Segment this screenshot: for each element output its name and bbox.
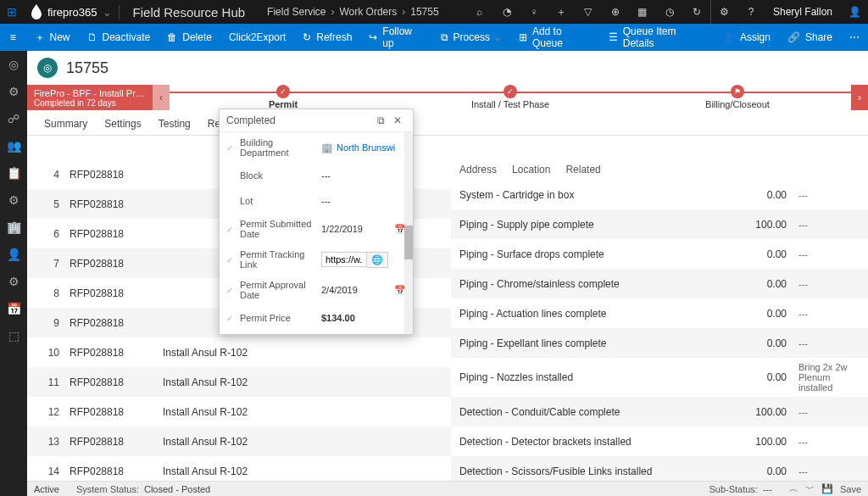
tab-testing[interactable]: Testing [150, 113, 199, 135]
crumb-0[interactable]: Field Service [267, 6, 326, 18]
check-icon: ✓ [226, 255, 236, 265]
save-icon[interactable]: 💾 [821, 483, 833, 494]
nav-box-icon[interactable]: ⬚ [0, 322, 27, 349]
nav-gear-icon[interactable]: ⚙ [0, 78, 27, 105]
user-icon[interactable]: 👤 [841, 0, 868, 24]
nav-calendar-icon[interactable]: 📅 [0, 295, 27, 322]
clock-icon[interactable]: ◷ [656, 0, 683, 24]
bpf-next-icon[interactable]: › [851, 85, 868, 110]
deactivate-button[interactable]: 🗋Deactivate [79, 24, 159, 51]
table-row[interactable]: 13RFP028818Install Ansul R-102 [27, 426, 451, 456]
click2export-button[interactable]: Click2Export [220, 24, 294, 51]
chevron-down-icon[interactable]: ﹀ [805, 482, 815, 495]
table-row[interactable]: System - Cartridge in box0.00--- [451, 180, 868, 209]
brand-name: firepro365 [47, 6, 97, 19]
table-row[interactable]: 11RFP028818Install Ansul R-102 [27, 367, 451, 397]
substatus-value[interactable]: --- [763, 484, 772, 494]
table-row[interactable]: Piping - Chrome/stainless complete0.00--… [451, 269, 868, 298]
table-row[interactable]: 14RFP028818Install Ansul R-102 [27, 456, 451, 481]
bpf-prev-icon[interactable]: ‹ [153, 85, 170, 110]
tab-settings[interactable]: Settings [96, 113, 149, 135]
bpf-flow-header[interactable]: FirePro - BPF - Install Pro... Completed… [27, 85, 153, 110]
help-icon[interactable]: ? [737, 0, 765, 24]
crumb-1[interactable]: Work Orders [339, 6, 397, 18]
row-extra: Bring 2x 2w Plenum installed [792, 362, 860, 393]
hub-name[interactable]: Field Resource Hub [119, 5, 259, 20]
check-icon: ✓ [226, 143, 236, 153]
scroll-thumb[interactable] [404, 226, 413, 259]
tab-summary[interactable]: Summary [36, 113, 96, 135]
close-icon[interactable]: ✕ [389, 114, 406, 126]
task-icon[interactable]: ◔ [493, 0, 520, 24]
field-block[interactable]: Block --- [220, 163, 413, 188]
field-approval-date[interactable]: ✓ Permit Approval Date 2/4/2019 📅 [220, 275, 413, 305]
user-name[interactable]: Sheryl Fallon [765, 6, 841, 18]
add-circle-icon[interactable]: ⊕ [602, 0, 629, 24]
assign-button[interactable]: 👤Assign [714, 24, 779, 51]
subtab-address[interactable]: Address [459, 164, 497, 176]
table-row[interactable]: Piping - Supply pipe complete100.00--- [451, 209, 868, 239]
nav-people-icon[interactable]: 👥 [0, 132, 27, 159]
tracking-url-input[interactable] [321, 252, 367, 267]
nav-target-icon[interactable]: ◎ [0, 51, 27, 78]
field-building-dept[interactable]: ✓ Building Department 🏢North Brunswi [220, 132, 413, 163]
field-permit-number[interactable]: Permit Number --- ⌄ [220, 331, 413, 334]
filter-icon[interactable]: ▽ [575, 0, 602, 24]
refresh-button[interactable]: ↻Refresh [294, 24, 360, 51]
sysstatus-value[interactable]: Closed - Posted [144, 484, 210, 494]
table-row[interactable]: Detection - Conduit/Cable complete100.00… [451, 397, 868, 426]
table-row[interactable]: Piping - Surface drops complete0.00--- [451, 239, 868, 269]
share-button[interactable]: 🔗Share [779, 24, 841, 51]
table-row[interactable]: Piping - Nozzles installed0.00Bring 2x 2… [451, 358, 868, 397]
field-permit-submitted[interactable]: ✓ Permit Submitted Date 1/22/2019 📅 [220, 214, 413, 244]
row-number: 6 [36, 228, 70, 240]
row-desc: Install Ansul R-102 [163, 436, 442, 448]
table-row[interactable]: Detection - Scissors/Fusible Links insta… [451, 456, 868, 481]
plus-icon[interactable]: ＋ [548, 0, 575, 24]
bulb-icon[interactable]: ♀ [520, 0, 548, 24]
search-icon[interactable]: ⌕ [466, 0, 493, 24]
table-row[interactable]: Piping - Actuation lines complete0.00--- [451, 298, 868, 328]
nav-settings-icon[interactable]: ⚙ [0, 187, 27, 214]
popout-icon[interactable]: ⧉ [372, 114, 389, 126]
grid-icon[interactable]: ▦ [629, 0, 656, 24]
flyout-scrollbar[interactable] [404, 132, 413, 334]
delete-button[interactable]: 🗑Delete [159, 24, 220, 51]
new-button[interactable]: ＋New [26, 24, 79, 51]
subtab-related[interactable]: Related [565, 164, 600, 176]
bpf-stage-install[interactable]: ✓ Install / Test Phase [397, 85, 624, 110]
flyout-title: Completed [226, 114, 372, 126]
nav-clipboard-icon[interactable]: 📋 [0, 159, 27, 187]
table-row[interactable]: 12RFP028818Install Ansul R-102 [27, 397, 451, 426]
queue-details-button[interactable]: ☰Queue Item Details [600, 24, 714, 51]
sync-icon[interactable]: ↻ [683, 0, 710, 24]
crumb-2[interactable]: 15755 [410, 6, 438, 18]
subtab-location[interactable]: Location [512, 164, 550, 176]
brand[interactable]: firepro365 ⌄ [24, 4, 119, 20]
share-icon: 🔗 [787, 31, 800, 43]
nav-building-icon[interactable]: 🏢 [0, 214, 27, 241]
save-button[interactable]: Save [840, 484, 861, 494]
gear-icon[interactable]: ⚙ [710, 0, 737, 24]
process-button[interactable]: ⧉Process⌄ [432, 24, 510, 51]
bpf-stage-billing[interactable]: ⚑ Billing/Closeout [624, 85, 851, 110]
nav-service-icon[interactable]: ⚙ [0, 268, 27, 295]
globe-icon[interactable]: 🌐 [367, 252, 388, 268]
table-row[interactable]: Detection - Detector brackets installed1… [451, 426, 868, 456]
field-tracking-link[interactable]: ✓ Permit Tracking Link 🌐 [220, 244, 413, 275]
nav-route-icon[interactable]: ☍ [0, 105, 27, 132]
table-row[interactable]: Piping - Expellant lines complete0.00--- [451, 328, 868, 358]
bpf-stage-permit[interactable]: ✓ Permit [170, 85, 397, 110]
nav-user-icon[interactable]: 👤 [0, 241, 27, 268]
app-launcher-icon[interactable]: ⊞ [0, 0, 24, 24]
overflow-button[interactable]: ⋯ [841, 24, 868, 51]
process-icon: ⧉ [441, 31, 448, 43]
right-grid-col: Address Location Related System - Cartri… [451, 159, 868, 481]
chevron-up-icon[interactable]: ︿ [789, 482, 798, 495]
followup-button[interactable]: ↪Follow up [360, 24, 431, 51]
field-permit-price[interactable]: ✓ Permit Price $134.00 [220, 305, 413, 331]
add-queue-button[interactable]: ⊞Add to Queue [510, 24, 600, 51]
hamburger-icon[interactable]: ≡ [0, 24, 26, 51]
field-lot[interactable]: Lot --- [220, 188, 413, 214]
table-row[interactable]: 10RFP028818Install Ansul R-102 [27, 337, 451, 367]
